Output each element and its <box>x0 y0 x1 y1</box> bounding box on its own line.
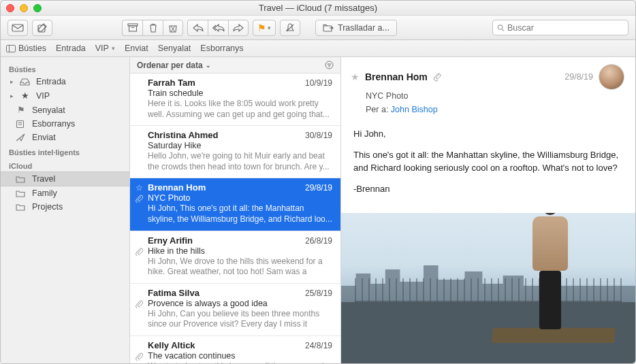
message-preview: Hi John, We drove to the hills this week… <box>148 257 332 278</box>
svg-line-8 <box>502 29 504 31</box>
compose-button[interactable] <box>32 20 52 36</box>
message-date: 26/8/19 <box>305 236 332 246</box>
sidebar-item-inbox[interactable]: ▸ Entrada <box>1 75 129 88</box>
attachment-icon <box>136 248 143 256</box>
junk-button[interactable] <box>163 20 183 36</box>
vip-star-icon[interactable]: ★ <box>351 71 360 82</box>
folder-icon <box>16 176 27 183</box>
message-subject: The vacation continues <box>148 351 332 361</box>
window-controls <box>6 4 42 12</box>
fav-sent[interactable]: Enviat <box>125 44 148 53</box>
message-row[interactable]: ☆Brennan Hom29/8/19NYC PhotoHi John, Thi… <box>130 178 340 231</box>
filter-icon[interactable] <box>325 61 334 69</box>
chevron-down-icon: ▾ <box>112 45 115 52</box>
get-mail-button[interactable] <box>7 20 28 36</box>
reader-date: 29/8/19 <box>565 72 593 82</box>
message-row[interactable]: Christina Ahmed30/8/19Saturday HikeHello… <box>130 126 340 178</box>
archive-button[interactable] <box>122 20 142 36</box>
attachment-icon <box>433 72 442 82</box>
sidebar-folder-travel[interactable]: Travel <box>1 171 129 186</box>
message-date: 29/8/19 <box>305 183 332 193</box>
reader-to-name[interactable]: John Bishop <box>391 105 438 114</box>
search-icon <box>497 24 505 32</box>
chevron-down-icon: ⌄ <box>206 62 211 69</box>
attachment-photo[interactable] <box>341 213 635 363</box>
search-input[interactable] <box>507 23 624 33</box>
reader-to-label: Per a: <box>366 105 388 114</box>
delete-button[interactable] <box>142 20 163 36</box>
mute-button[interactable] <box>280 20 300 36</box>
sidebar-item-vip[interactable]: ▸ ★ VIP <box>1 88 129 103</box>
message-row[interactable]: Kelly Altick24/8/19The vacation continue… <box>130 336 340 363</box>
message-subject: Train schedule <box>148 88 332 98</box>
message-from: Farrah Tam <box>148 78 195 88</box>
folder-move-icon <box>323 24 334 32</box>
message-preview: We started out on this journey a little … <box>148 361 332 363</box>
message-row[interactable]: Farrah Tam10/9/19Train scheduleHere it i… <box>130 73 340 126</box>
main-columns: Bústies ▸ Entrada ▸ ★ VIP ⚑ Senyalat Esb… <box>1 57 635 363</box>
message-row[interactable]: Erny Arifin26/8/19Hike in the hillsHi Jo… <box>130 231 340 284</box>
message-date: 24/8/19 <box>305 341 332 350</box>
message-preview: Hi John, This one's got it all: the Manh… <box>148 203 332 225</box>
minimize-button[interactable] <box>20 4 28 12</box>
body-paragraph: Hi John, <box>353 128 623 141</box>
fav-drafts[interactable]: Esborranys <box>200 44 243 53</box>
sidebar-item-sent[interactable]: Enviat <box>1 131 129 144</box>
body-paragraph: -Brennan <box>353 183 623 196</box>
sidebar-folder-projects[interactable]: Projects <box>1 200 129 214</box>
svg-rect-0 <box>12 24 23 31</box>
reply-group <box>187 20 249 36</box>
mailboxes-toggle[interactable]: Bústies <box>6 44 46 53</box>
message-subject: Saturday Hike <box>148 141 332 150</box>
star-icon: ☆ <box>136 183 143 193</box>
attachment-icon <box>136 195 143 203</box>
svg-rect-3 <box>129 26 136 31</box>
folder-icon <box>16 190 27 197</box>
message-from: Fatima Silva <box>148 288 200 298</box>
favorites-bar: Bústies Entrada VIP▾ Enviat Senyalat Esb… <box>1 40 635 57</box>
message-preview: Hi John, Can you believe its been three … <box>148 309 332 330</box>
message-date: 25/8/19 <box>305 288 332 298</box>
reader-to-line: Per a: John Bishop <box>351 105 624 114</box>
message-from: Kelly Altick <box>148 340 195 350</box>
message-preview: Hello John, we're going to hit Muir earl… <box>148 151 332 172</box>
sidebar-label-flagged: Senyalat <box>32 105 65 115</box>
disclosure-icon[interactable]: ▸ <box>9 93 14 99</box>
body-paragraph: This one's got it all: the Manhattan sky… <box>353 149 623 175</box>
message-from: Brennan Hom <box>148 182 206 193</box>
delete-group <box>122 20 183 36</box>
fav-vip[interactable]: VIP▾ <box>95 44 115 53</box>
fav-inbox[interactable]: Entrada <box>56 44 86 53</box>
close-button[interactable] <box>6 4 14 12</box>
attachment-icon <box>136 300 143 308</box>
reply-all-button[interactable] <box>208 20 228 36</box>
sidebar-item-flagged[interactable]: ⚑ Senyalat <box>1 103 129 117</box>
sidebar-header-mailboxes: Bústies <box>1 61 129 75</box>
fav-flagged[interactable]: Senyalat <box>158 44 191 53</box>
toolbar: ⚑ ▾ Traslladar a... <box>1 16 635 40</box>
star-icon: ★ <box>20 90 31 101</box>
forward-button[interactable] <box>228 20 249 36</box>
sidebar-folder-label: Projects <box>32 202 63 212</box>
reply-button[interactable] <box>187 20 208 36</box>
sidebar-header-icloud: iCloud <box>1 158 129 171</box>
message-row[interactable]: Fatima Silva25/8/19Provence is always a … <box>130 284 340 336</box>
sidebar-header-smart: Bústies intel·ligents <box>1 144 129 158</box>
sidebar-label-vip: VIP <box>36 91 50 101</box>
message-list[interactable]: Farrah Tam10/9/19Train scheduleHere it i… <box>130 73 340 363</box>
chevron-down-icon: ▾ <box>268 24 271 31</box>
sidebar-folder-family[interactable]: Family <box>1 186 129 200</box>
disclosure-icon[interactable]: ▸ <box>9 78 14 85</box>
sidebar-label-inbox: Entrada <box>36 77 66 86</box>
flag-button[interactable]: ⚑ ▾ <box>253 20 276 36</box>
search-field[interactable] <box>492 20 629 35</box>
zoom-button[interactable] <box>33 4 42 12</box>
sort-label[interactable]: Ordenar per data ⌄ <box>137 61 211 70</box>
sidebar-folder-label: Family <box>32 188 57 198</box>
titlebar: Travel — iCloud (7 missatges) <box>1 1 635 16</box>
move-to-button[interactable]: Traslladar a... <box>315 20 397 36</box>
sidebar-item-drafts[interactable]: Esborranys <box>1 117 129 131</box>
sort-bar[interactable]: Ordenar per data ⌄ <box>130 57 340 73</box>
inbox-icon <box>20 78 31 86</box>
message-subject: Provence is always a good idea <box>148 299 332 308</box>
